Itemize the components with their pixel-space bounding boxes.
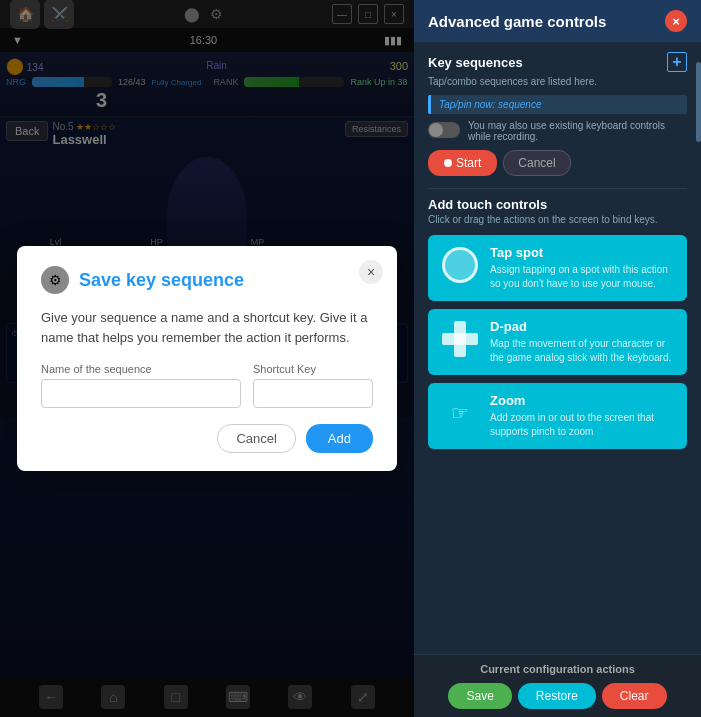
key-sequences-section: Key sequences + — [428, 52, 687, 72]
config-buttons: Save Restore Clear — [428, 683, 687, 709]
dpad-icon — [440, 319, 480, 359]
zoom-info: Zoom Add zoom in or out to the screen th… — [490, 393, 675, 439]
right-panel: Advanced game controls × Key sequences +… — [414, 0, 701, 717]
scrollbar-track — [696, 42, 701, 654]
modal-title: Save key sequence — [79, 270, 244, 291]
modal-cancel-button[interactable]: Cancel — [217, 424, 295, 453]
zoom-card[interactable]: ☞ Zoom Add zoom in or out to the screen … — [428, 383, 687, 449]
keyboard-toggle[interactable] — [428, 122, 460, 138]
modal-close-button[interactable]: × — [359, 260, 383, 284]
dpad-desc: Map the movement of your character or th… — [490, 337, 675, 365]
key-sequences-desc: Tap/combo sequences are listed here. — [428, 76, 687, 87]
start-button[interactable]: Start — [428, 150, 497, 176]
save-button[interactable]: Save — [448, 683, 511, 709]
tap-spot-icon — [440, 245, 480, 285]
toggle-row: You may also use existing keyboard contr… — [428, 120, 687, 142]
zoom-shape-icon: ☞ — [442, 395, 478, 431]
shortcut-label: Shortcut Key — [253, 363, 373, 375]
name-field: Name of the sequence — [41, 363, 241, 408]
dpad-info: D-pad Map the movement of your character… — [490, 319, 675, 365]
modal-add-button[interactable]: Add — [306, 424, 373, 453]
save-key-sequence-modal: ⚙ Save key sequence × Give your sequence… — [17, 246, 397, 471]
tap-spot-card[interactable]: Tap spot Assign tapping on a spot with t… — [428, 235, 687, 301]
restore-button[interactable]: Restore — [518, 683, 596, 709]
tap-spot-info: Tap spot Assign tapping on a spot with t… — [490, 245, 675, 291]
dpad-title: D-pad — [490, 319, 675, 334]
zoom-icon: ☞ — [440, 393, 480, 433]
recording-row: Tap/pin now: sequence — [428, 95, 687, 114]
modal-icon: ⚙ — [41, 266, 69, 294]
dpad-vertical — [454, 321, 466, 357]
modal-buttons: Cancel Add — [41, 424, 373, 453]
modal-overlay: ⚙ Save key sequence × Give your sequence… — [0, 0, 414, 717]
start-dot — [444, 159, 452, 167]
key-sequences-title: Key sequences — [428, 55, 523, 70]
divider — [428, 188, 687, 189]
zoom-title: Zoom — [490, 393, 675, 408]
panel-title: Advanced game controls — [428, 13, 606, 30]
panel-body: Key sequences + Tap/combo sequences are … — [414, 42, 701, 654]
zoom-desc: Add zoom in or out to the screen that su… — [490, 411, 675, 439]
tap-spot-desc: Assign tapping on a spot with this actio… — [490, 263, 675, 291]
config-bar: Current configuration actions Save Resto… — [414, 654, 701, 717]
start-cancel-row: Start Cancel — [428, 150, 687, 176]
modal-fields: Name of the sequence Shortcut Key — [41, 363, 373, 408]
name-label: Name of the sequence — [41, 363, 241, 375]
config-title: Current configuration actions — [428, 663, 687, 675]
touch-controls-desc: Click or drag the actions on the screen … — [428, 214, 687, 225]
shortcut-field: Shortcut Key — [253, 363, 373, 408]
recording-text: Tap/pin now: sequence — [439, 99, 679, 110]
tap-spot-title: Tap spot — [490, 245, 675, 260]
zoom-fingers-icon: ☞ — [451, 401, 469, 425]
tap-circle-icon — [442, 247, 478, 283]
clear-button[interactable]: Clear — [602, 683, 667, 709]
modal-description: Give your sequence a name and a shortcut… — [41, 308, 373, 347]
panel-header: Advanced game controls × — [414, 0, 701, 42]
dpad-shape-icon — [442, 321, 478, 357]
scrollbar-thumb[interactable] — [696, 62, 701, 142]
panel-close-button[interactable]: × — [665, 10, 687, 32]
game-area: 🏠 ⚔️ ⬤ ⚙ — □ × ▼ 16:30 ▮▮▮ ⬤ 134 Rain 30… — [0, 0, 414, 717]
toggle-label: You may also use existing keyboard contr… — [468, 120, 687, 142]
touch-controls-title: Add touch controls — [428, 197, 687, 212]
shortcut-input[interactable] — [253, 379, 373, 408]
toggle-knob — [429, 123, 443, 137]
modal-header: ⚙ Save key sequence — [41, 266, 373, 294]
dpad-card[interactable]: D-pad Map the movement of your character… — [428, 309, 687, 375]
add-sequence-button[interactable]: + — [667, 52, 687, 72]
name-input[interactable] — [41, 379, 241, 408]
recording-cancel-button[interactable]: Cancel — [503, 150, 570, 176]
